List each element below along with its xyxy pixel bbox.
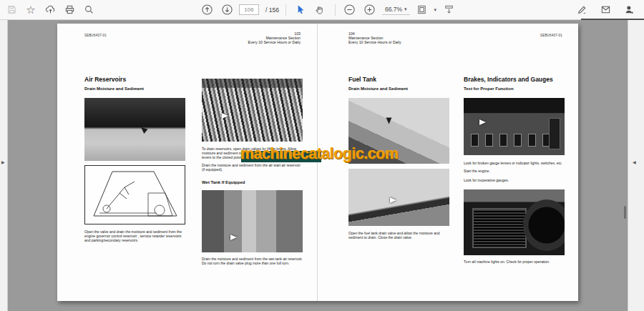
- body-paragraph: Drain the moisture and sediment from the…: [202, 163, 303, 172]
- body-paragraph: Look for inoperative gauges.: [464, 178, 565, 182]
- left-panel-strip: ▶: [0, 19, 8, 311]
- callout-arrow-icon: [222, 113, 228, 119]
- star-icon: ☆: [26, 4, 35, 15]
- cloud-upload-icon: [45, 4, 56, 15]
- wet-tank-photo: [202, 190, 303, 252]
- tools-panel-accent: [581, 19, 644, 20]
- truck-tire: [523, 199, 565, 251]
- zoom-out-button[interactable]: [342, 2, 358, 18]
- section-heading: Air Reservoirs: [84, 76, 185, 83]
- printer-icon: [64, 4, 75, 15]
- cursor-arrow-icon: [295, 4, 306, 15]
- pen-sign-icon: [577, 4, 587, 15]
- next-page-button[interactable]: [219, 2, 235, 18]
- machine-lights-photo: [464, 189, 565, 255]
- body-paragraph: Start the engine.: [464, 169, 565, 173]
- figure-caption: Turn all machine lights on. Check for pr…: [464, 260, 565, 264]
- zoom-level-dropdown[interactable]: 66.7% ▾: [382, 5, 410, 15]
- email-button[interactable]: [597, 2, 613, 18]
- previous-page-button[interactable]: [199, 2, 215, 18]
- procedure-subheading: Drain Moisture and Sediment: [84, 87, 185, 92]
- brakes-gauges-column: Brakes, Indicators and Gauges Test for P…: [464, 76, 565, 264]
- expand-right-panel-arrow-icon[interactable]: ◀: [633, 159, 636, 164]
- callout-arrow-icon: [139, 125, 147, 134]
- subsection-title: Every 10 Service Hours or Daily: [248, 40, 301, 44]
- publication-code: SEBU6407-01: [540, 34, 562, 37]
- save-button[interactable]: [4, 2, 19, 18]
- search-icon: [84, 4, 94, 15]
- document-canvas: ▶ ◀ SEBU6407-01 103 Maintenance Section …: [0, 19, 644, 311]
- reservoir-line-drawing: [84, 165, 185, 224]
- chevron-down-icon[interactable]: ▾: [434, 7, 437, 12]
- fuel-tank-drain-photo: [348, 169, 449, 226]
- scrolling-mode-icon: [444, 4, 454, 15]
- callout-arrow-icon: [386, 118, 392, 124]
- hand-tool-button[interactable]: [313, 2, 328, 18]
- procedure-subheading: Test for Proper Function: [464, 87, 565, 92]
- right-panel-strip: ◀: [628, 19, 644, 311]
- zoom-level-value: 66.7%: [385, 6, 402, 13]
- procedure-subheading: Drain Moisture and Sediment: [348, 87, 449, 92]
- page-number-input[interactable]: [239, 4, 259, 15]
- wet-tank-subheading: Wet Tank If Equipped: [202, 180, 303, 185]
- envelope-icon: [600, 4, 611, 15]
- watermark-text: machinecatalogic.com: [240, 145, 399, 163]
- truck-grille: [472, 208, 527, 248]
- hand-icon: [315, 4, 326, 15]
- callout-arrow-icon: [230, 235, 237, 240]
- zoom-in-button[interactable]: [362, 2, 378, 18]
- page-total-label: / 156: [265, 6, 279, 14]
- save-icon: [6, 4, 17, 15]
- toolbar: ☆: [0, 0, 644, 20]
- pdf-viewer-window: ☆: [0, 0, 644, 311]
- chevron-down-icon: ▾: [404, 6, 407, 11]
- section-heading: Brakes, Indicators and Gauges: [464, 76, 565, 83]
- panel-switches: [471, 134, 550, 147]
- drain-valves-photo: [202, 79, 303, 142]
- fit-page-icon: [416, 4, 427, 15]
- figure-caption: Open the valve and drain the moisture an…: [84, 229, 185, 242]
- instrument-panel-photo: [464, 98, 565, 155]
- toolbar-divider: [286, 4, 286, 16]
- scroll-mode-button[interactable]: [441, 2, 457, 18]
- figure-caption: Open the fuel tank drain valve and allow…: [348, 231, 449, 240]
- page-up-icon: [201, 4, 213, 16]
- page-down-icon: [221, 4, 233, 16]
- upload-cloud-button[interactable]: [42, 2, 58, 18]
- air-reservoirs-column-2: To drain reservoirs, open drain valves b…: [202, 79, 303, 265]
- find-button[interactable]: [81, 2, 97, 18]
- page-header: 103 Maintenance Section Every 10 Service…: [248, 31, 301, 45]
- callout-arrow-icon: [390, 197, 396, 203]
- page-header: 104 Maintenance Section Every 10 Service…: [348, 31, 401, 45]
- select-tool-button[interactable]: [293, 2, 308, 18]
- expand-left-panel-arrow-icon[interactable]: ▶: [1, 159, 5, 164]
- page-spread: SEBU6407-01 103 Maintenance Section Ever…: [57, 24, 578, 301]
- air-reservoir-photo: [84, 98, 185, 161]
- page-fit-button[interactable]: [414, 2, 430, 18]
- publication-code: SEBU6407-01: [84, 34, 107, 37]
- account-button[interactable]: [621, 2, 637, 18]
- section-heading: Fuel Tank: [348, 76, 449, 83]
- vertical-scrollbar-thumb[interactable]: [624, 206, 626, 219]
- fill-sign-button[interactable]: [574, 2, 590, 18]
- toolbar-divider: [335, 4, 336, 16]
- callout-arrow-icon: [479, 119, 486, 125]
- figure-caption: Drain the moisture and sediment from the…: [202, 257, 303, 265]
- zoom-in-icon: [364, 4, 376, 16]
- zoom-out-icon: [343, 4, 356, 16]
- panel-side-block: [549, 118, 560, 149]
- subsection-title: Every 10 Service Hours or Daily: [348, 40, 401, 44]
- air-reservoirs-column: Air Reservoirs Drain Moisture and Sedime…: [84, 76, 185, 242]
- favorite-star-button[interactable]: ☆: [23, 2, 39, 18]
- print-button[interactable]: [62, 2, 77, 18]
- body-paragraph: Look for broken gauge lenses or indicato…: [464, 161, 565, 165]
- person-add-icon: [624, 4, 635, 15]
